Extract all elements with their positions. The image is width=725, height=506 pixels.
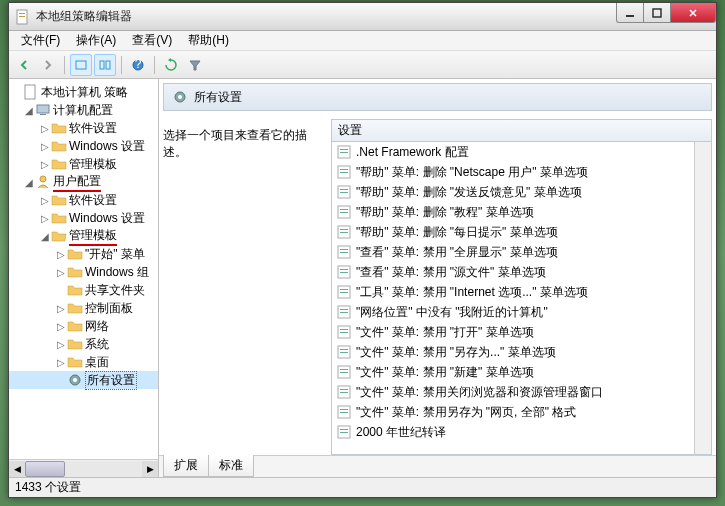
setting-icon: [336, 304, 352, 320]
scroll-right-icon[interactable]: ▶: [142, 461, 158, 477]
tree-all-settings[interactable]: 所有设置: [9, 371, 158, 389]
minimize-button[interactable]: [616, 3, 644, 23]
close-button[interactable]: [670, 3, 716, 23]
back-button[interactable]: [13, 54, 35, 76]
setting-icon: [336, 284, 352, 300]
tree-network[interactable]: ▷网络: [9, 317, 158, 335]
setting-icon: [336, 244, 352, 260]
tree[interactable]: 本地计算机 策略 ◢计算机配置 ▷软件设置 ▷Windows 设置 ▷管理模板 …: [9, 79, 158, 459]
list-item[interactable]: "查看" 菜单: 禁用 "源文件" 菜单选项: [332, 262, 694, 282]
tree-uc-windows[interactable]: ▷Windows 设置: [9, 209, 158, 227]
svg-rect-38: [340, 272, 348, 273]
setting-icon: [336, 204, 352, 220]
svg-rect-32: [340, 232, 348, 233]
maximize-button[interactable]: [643, 3, 671, 23]
svg-rect-6: [100, 61, 104, 69]
setting-icon: [336, 424, 352, 440]
svg-rect-19: [340, 149, 348, 150]
list-item[interactable]: "查看" 菜单: 禁用 "全屏显示" 菜单选项: [332, 242, 694, 262]
tree-start-menu[interactable]: ▷"开始" 菜单: [9, 245, 158, 263]
list-item[interactable]: "帮助" 菜单: 删除 "教程" 菜单选项: [332, 202, 694, 222]
svg-rect-40: [340, 289, 348, 290]
folder-icon: [51, 156, 67, 172]
tree-user-config[interactable]: ◢用户配置: [9, 173, 158, 191]
tree-control-panel[interactable]: ▷控制面板: [9, 299, 158, 317]
tree-cc-software[interactable]: ▷软件设置: [9, 119, 158, 137]
list-item[interactable]: "网络位置" 中没有 "我附近的计算机": [332, 302, 694, 322]
tree-windows-comp[interactable]: ▷Windows 组: [9, 263, 158, 281]
menu-help[interactable]: 帮助(H): [180, 30, 237, 51]
settings-icon: [172, 89, 188, 105]
folder-icon: [51, 192, 67, 208]
setting-icon: [336, 184, 352, 200]
svg-rect-26: [340, 192, 348, 193]
tree-desktop[interactable]: ▷桌面: [9, 353, 158, 371]
tab-standard[interactable]: 标准: [208, 455, 254, 477]
toolbar: ?: [9, 51, 716, 79]
svg-rect-4: [653, 9, 661, 17]
content-pane: 所有设置 选择一个项目来查看它的描述。 设置 .Net Framework 配置…: [159, 79, 716, 477]
computer-icon: [35, 102, 51, 118]
filter-button[interactable]: [184, 54, 206, 76]
list-item[interactable]: "文件" 菜单: 禁用 "打开" 菜单选项: [332, 322, 694, 342]
toolbar-btn-2[interactable]: [94, 54, 116, 76]
forward-button[interactable]: [37, 54, 59, 76]
folder-icon: [51, 120, 67, 136]
list-item[interactable]: "帮助" 菜单: 删除 "Netscape 用户" 菜单选项: [332, 162, 694, 182]
list-item[interactable]: .Net Framework 配置: [332, 142, 694, 162]
folder-icon: [67, 246, 83, 262]
menu-view[interactable]: 查看(V): [124, 30, 180, 51]
svg-rect-52: [340, 369, 348, 370]
tree-uc-software[interactable]: ▷软件设置: [9, 191, 158, 209]
tree-shared-folders[interactable]: 共享文件夹: [9, 281, 158, 299]
list-item[interactable]: "文件" 菜单: 禁用关闭浏览器和资源管理器窗口: [332, 382, 694, 402]
tree-computer-config[interactable]: ◢计算机配置: [9, 101, 158, 119]
menu-file[interactable]: 文件(F): [13, 30, 68, 51]
svg-rect-3: [626, 15, 634, 17]
titlebar[interactable]: 本地组策略编辑器: [9, 3, 716, 31]
app-window: 本地组策略编辑器 文件(F) 操作(A) 查看(V) 帮助(H) ? 本地计算机…: [8, 2, 717, 498]
toolbar-btn-1[interactable]: [70, 54, 92, 76]
svg-rect-41: [340, 292, 348, 293]
list-item[interactable]: "文件" 菜单: 禁用 "另存为..." 菜单选项: [332, 342, 694, 362]
content-header: 所有设置: [163, 83, 712, 111]
list-body[interactable]: .Net Framework 配置"帮助" 菜单: 删除 "Netscape 用…: [332, 142, 694, 454]
list-header[interactable]: 设置: [332, 120, 711, 142]
list-item[interactable]: "文件" 菜单: 禁用另存为 "网页, 全部" 格式: [332, 402, 694, 422]
tree-cc-admin[interactable]: ▷管理模板: [9, 155, 158, 173]
svg-rect-37: [340, 269, 348, 270]
list-item[interactable]: "帮助" 菜单: 删除 "每日提示" 菜单选项: [332, 222, 694, 242]
tree-root[interactable]: 本地计算机 策略: [9, 83, 158, 101]
list-item[interactable]: 2000 年世纪转译: [332, 422, 694, 442]
svg-rect-43: [340, 309, 348, 310]
setting-icon: [336, 324, 352, 340]
list-vscroll[interactable]: [694, 142, 711, 454]
content-title: 所有设置: [194, 89, 242, 106]
list-item[interactable]: "文件" 菜单: 禁用 "新建" 菜单选项: [332, 362, 694, 382]
svg-rect-5: [76, 61, 86, 69]
setting-icon: [336, 404, 352, 420]
menu-action[interactable]: 操作(A): [68, 30, 124, 51]
tree-system[interactable]: ▷系统: [9, 335, 158, 353]
list-item[interactable]: "工具" 菜单: 禁用 "Internet 选项..." 菜单选项: [332, 282, 694, 302]
svg-rect-55: [340, 389, 348, 390]
content-tabs: 扩展 标准: [159, 455, 716, 477]
svg-rect-1: [19, 13, 25, 14]
setting-icon: [336, 224, 352, 240]
svg-rect-56: [340, 392, 348, 393]
refresh-button[interactable]: [160, 54, 182, 76]
list-item[interactable]: "帮助" 菜单: 删除 "发送反馈意见" 菜单选项: [332, 182, 694, 202]
help-button[interactable]: ?: [127, 54, 149, 76]
svg-rect-62: [340, 432, 348, 433]
tree-cc-windows[interactable]: ▷Windows 设置: [9, 137, 158, 155]
user-icon: [35, 174, 51, 190]
tree-hscroll[interactable]: ◀ ▶: [9, 459, 158, 477]
setting-icon: [336, 164, 352, 180]
menubar: 文件(F) 操作(A) 查看(V) 帮助(H): [9, 31, 716, 51]
scroll-left-icon[interactable]: ◀: [9, 461, 25, 477]
svg-rect-10: [25, 85, 35, 99]
tree-uc-admin[interactable]: ◢管理模板: [9, 227, 158, 245]
scroll-thumb[interactable]: [25, 461, 65, 477]
svg-rect-61: [340, 429, 348, 430]
tab-extended[interactable]: 扩展: [163, 455, 209, 477]
